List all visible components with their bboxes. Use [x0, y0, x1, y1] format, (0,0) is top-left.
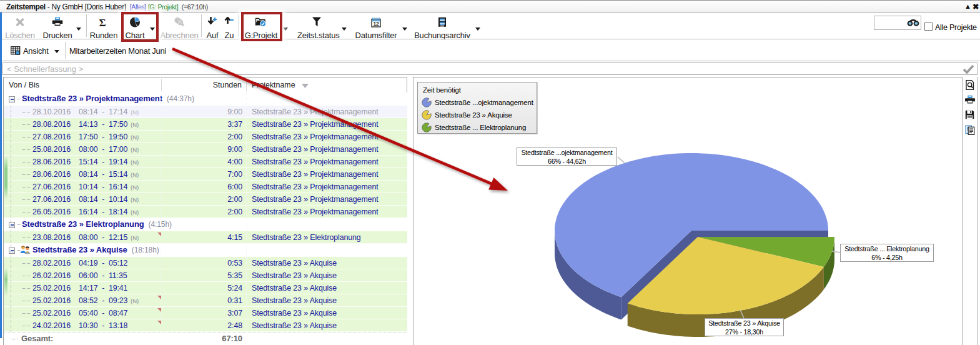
- svg-text:Σ: Σ: [99, 17, 106, 28]
- svg-text:12: 12: [374, 21, 380, 27]
